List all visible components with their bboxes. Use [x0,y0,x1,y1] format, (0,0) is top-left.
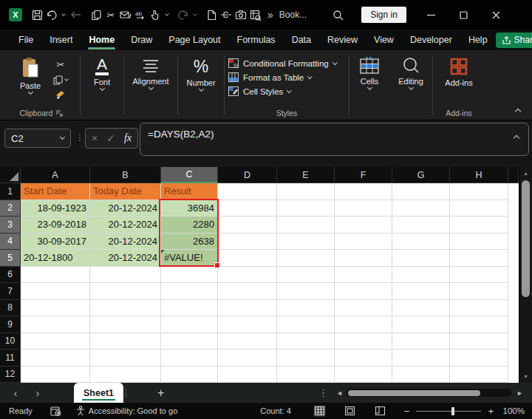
cell-B1[interactable]: Today Date [90,183,161,200]
cell-A4[interactable]: 30-09-2017 [21,234,90,251]
cell-D2[interactable] [218,200,277,217]
share-button[interactable]: Share [496,33,532,48]
cell-D7[interactable] [218,283,277,300]
cell-F4[interactable] [335,234,392,251]
cell-D12[interactable] [218,367,277,384]
hscroll-left-icon[interactable]: ◄ [336,389,343,397]
close-button[interactable] [480,0,513,30]
zoom-in-button[interactable]: + [488,406,494,417]
horizontal-scrollbar-thumb[interactable] [348,390,480,396]
sign-in-button[interactable]: Sign in [361,7,406,23]
row-header-10[interactable]: 10 [0,333,21,350]
cell-H6[interactable] [450,267,508,284]
cell-D8[interactable] [218,300,277,317]
cell-C6[interactable] [161,267,218,284]
column-header-C[interactable]: C [161,167,218,183]
tab-view[interactable]: View [366,30,402,50]
cell-B3[interactable]: 20-12-2024 [90,217,161,234]
row-header-3[interactable]: 3 [0,217,21,234]
excel-logo-icon[interactable]: X [9,8,22,21]
cell-G1[interactable] [392,183,450,200]
cell-C3[interactable]: 2280 [161,217,218,234]
vertical-scrollbar-thumb[interactable] [522,180,530,297]
column-header-D[interactable]: D [218,167,277,183]
zoom-out-button[interactable]: − [404,406,410,417]
cell-A11[interactable] [21,350,90,367]
cell-C2[interactable]: 36984 [161,200,218,217]
paste-button[interactable]: Paste [11,53,50,94]
cell-G6[interactable] [392,267,450,284]
column-header-B[interactable]: B [90,167,161,183]
scroll-down-icon[interactable]: ▼ [519,374,532,379]
cell-H10[interactable] [450,333,508,350]
row-header-8[interactable]: 8 [0,300,21,317]
sheet-nav-left-icon[interactable]: ‹ [4,386,27,399]
cell-C9[interactable] [161,316,218,333]
cell-G5[interactable] [392,250,450,267]
sheet-nav-right-icon[interactable]: › [27,386,49,399]
column-header-F[interactable]: F [335,167,392,183]
cell-G7[interactable] [392,283,450,300]
cell-C7[interactable] [161,283,218,300]
cell-A1[interactable]: Start Date [21,183,90,200]
new-sheet-button[interactable]: + [157,386,164,400]
cell-A12[interactable] [21,367,90,384]
undo-icon[interactable] [44,5,59,24]
cell-E8[interactable] [277,300,335,317]
cell-E11[interactable] [277,350,335,367]
cell-D9[interactable] [218,316,277,333]
cell-E6[interactable] [277,267,335,284]
cell-A9[interactable] [21,316,90,333]
column-header-H[interactable]: H [450,167,508,183]
formula-input[interactable]: =DAYS(B2,A2) [140,123,529,156]
copy-button[interactable] [53,75,68,85]
page-layout-view-button[interactable] [344,405,356,417]
sheet-tab-sheet1[interactable]: Sheet1 [74,383,123,403]
row-header-7[interactable]: 7 [0,283,21,300]
cell-H9[interactable] [450,316,508,333]
cell-A10[interactable] [21,333,90,350]
search-icon[interactable] [330,5,345,24]
record-macro-button[interactable] [50,406,61,416]
cell-E12[interactable] [277,367,335,384]
draw-tool-icon[interactable] [219,5,233,24]
row-header-2[interactable]: 2 [0,200,21,217]
column-header-E[interactable]: E [277,167,335,183]
cell-B6[interactable] [90,267,161,284]
row-header-1[interactable]: 1 [0,183,21,200]
row-header-9[interactable]: 9 [0,316,21,333]
copy-icon[interactable] [89,5,103,24]
tab-formulas[interactable]: Formulas [229,30,284,50]
cell-B4[interactable]: 20-12-2024 [90,234,161,251]
tab-draw[interactable]: Draw [123,30,160,50]
accessibility-status[interactable]: Accessibility: Good to go [76,406,177,416]
cell-G4[interactable] [392,234,450,251]
cell-E9[interactable] [277,316,335,333]
cell-G12[interactable] [392,367,450,384]
cell-H3[interactable] [450,217,508,234]
cell-C8[interactable] [161,300,218,317]
email-icon[interactable] [118,5,133,24]
cell-F11[interactable] [335,350,392,367]
cell-F6[interactable] [335,267,392,284]
tab-file[interactable]: File [10,30,41,50]
tab-page-layout[interactable]: Page Layout [160,30,228,50]
touch-mode-dropdown-icon[interactable] [163,5,171,24]
cell-H4[interactable] [450,234,508,251]
cell-H2[interactable] [450,200,508,217]
undo-dropdown-icon[interactable] [59,5,68,24]
cell-A2[interactable]: 18-09-1923 [21,200,90,217]
cell-C1[interactable]: Result [161,183,218,200]
row-header-11[interactable]: 11 [0,350,21,367]
cell-E4[interactable] [277,234,335,251]
cell-G9[interactable] [392,316,450,333]
name-box[interactable]: C2 [4,129,71,148]
cell-F5[interactable] [335,250,392,267]
minimize-button[interactable] [415,0,448,30]
cell-B10[interactable] [90,333,161,350]
cell-F2[interactable] [335,200,392,217]
format-as-table-button[interactable]: Format as Table [228,72,336,82]
tab-home[interactable]: Home [81,30,123,50]
select-all-corner[interactable] [0,167,21,183]
cell-H12[interactable] [450,367,508,384]
